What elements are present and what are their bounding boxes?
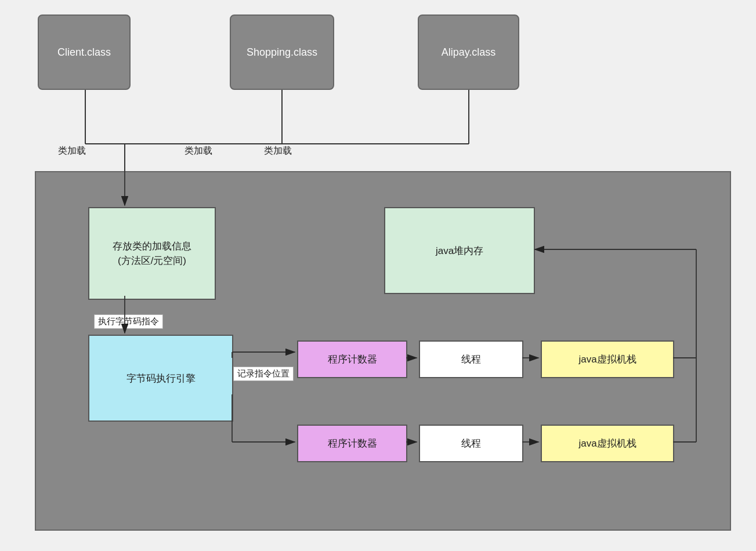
alipay-class-box: Alipay.class: [418, 14, 519, 90]
program-counter-1-box: 程序计数器: [297, 340, 407, 378]
record-instruction-label: 记录指令位置: [233, 367, 294, 381]
canvas: Client.class Shopping.class Alipay.class…: [0, 0, 756, 551]
client-class-box: Client.class: [38, 14, 131, 90]
thread-2-box: 线程: [419, 425, 523, 462]
method-area-box: 存放类的加载信息(方法区/元空间): [88, 207, 216, 300]
main-container: 存放类的加载信息(方法区/元空间) java堆内存 执行字节码指令 字节码执行引…: [35, 171, 731, 531]
class-load-label-2: 类加载: [185, 145, 212, 157]
bytecode-engine-box: 字节码执行引擎: [88, 335, 233, 422]
execute-bytecode-label: 执行字节码指令: [94, 314, 163, 329]
class-load-label-1: 类加载: [58, 145, 86, 157]
thread-1-box: 线程: [419, 340, 523, 378]
jvm-stack-1-box: java虚拟机栈: [541, 340, 674, 378]
jvm-stack-2-box: java虚拟机栈: [541, 425, 674, 462]
java-heap-box: java堆内存: [384, 207, 535, 294]
class-load-label-3: 类加载: [264, 145, 292, 157]
shopping-class-box: Shopping.class: [230, 14, 334, 90]
program-counter-2-box: 程序计数器: [297, 425, 407, 462]
